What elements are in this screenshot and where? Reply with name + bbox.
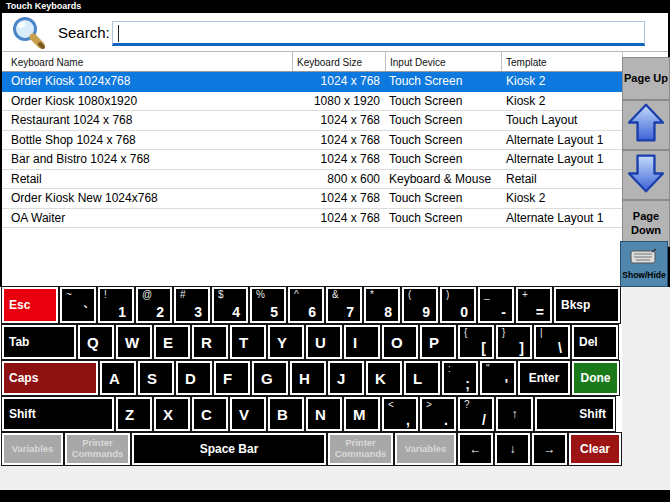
key-shift-right[interactable]: Shift — [535, 397, 615, 431]
key-2[interactable]: @2 — [136, 287, 172, 323]
key-d[interactable]: D — [176, 361, 212, 395]
key-label: F — [223, 370, 232, 387]
shift-char: ? — [464, 399, 470, 410]
key-[interactable]: "' — [480, 361, 516, 395]
cell-template: Retail — [501, 170, 622, 189]
key-[interactable]: += — [516, 287, 552, 323]
key-label: P — [429, 334, 439, 351]
key-left-arrow[interactable]: ← — [458, 433, 493, 465]
key-bksp[interactable]: Bksp — [554, 287, 620, 323]
key-t[interactable]: T — [230, 325, 266, 359]
key-j[interactable]: J — [328, 361, 364, 395]
key-c[interactable]: C — [192, 397, 228, 431]
key-1[interactable]: !1 — [98, 287, 134, 323]
key-m[interactable]: M — [344, 397, 380, 431]
key-shift-left[interactable]: Shift — [2, 397, 114, 431]
key-q[interactable]: Q — [78, 325, 114, 359]
key-up-arrow[interactable]: ↑ — [496, 397, 533, 431]
scroll-up-button[interactable] — [622, 100, 670, 150]
key-0[interactable]: )0 — [440, 287, 476, 323]
key-esc[interactable]: Esc — [2, 287, 58, 323]
key-[interactable]: }] — [496, 325, 532, 359]
table-row[interactable]: Retail800 x 600Keyboard & MouseRetail — [2, 170, 622, 190]
key-[interactable]: _- — [478, 287, 514, 323]
key-g[interactable]: G — [252, 361, 288, 395]
shift-char: _ — [484, 289, 490, 300]
key-done[interactable]: Done — [572, 361, 619, 395]
key-p[interactable]: P — [420, 325, 456, 359]
key-tab[interactable]: Tab — [2, 325, 76, 359]
key-variables-left[interactable]: Variables — [2, 433, 63, 465]
key-[interactable]: >. — [420, 397, 456, 431]
key-del[interactable]: Del — [572, 325, 618, 359]
key-printer-commands-right[interactable]: Printer Commands — [328, 433, 393, 465]
key-3[interactable]: #3 — [174, 287, 210, 323]
key-label: Variables — [405, 444, 447, 455]
key-label: 4 — [232, 304, 240, 320]
search-input[interactable] — [112, 21, 645, 46]
key-clear[interactable]: Clear — [569, 433, 621, 465]
table-row[interactable]: Bottle Shop 1024 x 7681024 x 768Touch Sc… — [2, 131, 622, 151]
key-a[interactable]: A — [100, 361, 136, 395]
key-label: Shift — [579, 407, 606, 421]
key-[interactable]: :; — [442, 361, 478, 395]
table-body: Order Kiosk 1024x7681024 x 768Touch Scre… — [2, 72, 622, 228]
key-[interactable]: ~` — [60, 287, 96, 323]
key-label: I — [353, 334, 357, 351]
key-e[interactable]: E — [154, 325, 190, 359]
key-h[interactable]: H — [290, 361, 326, 395]
key-u[interactable]: U — [306, 325, 342, 359]
scroll-down-button[interactable] — [622, 150, 670, 200]
key-9[interactable]: (9 — [402, 287, 438, 323]
key-5[interactable]: %5 — [250, 287, 286, 323]
key-enter[interactable]: Enter — [518, 361, 570, 395]
key-k[interactable]: K — [366, 361, 402, 395]
key-s[interactable]: S — [138, 361, 174, 395]
key-b[interactable]: B — [268, 397, 304, 431]
cell-template: Alternate Layout 1 — [501, 150, 622, 169]
key-8[interactable]: *8 — [364, 287, 400, 323]
key-l[interactable]: L — [404, 361, 440, 395]
key-[interactable]: |\ — [534, 325, 570, 359]
cell-input: Touch Screen — [385, 150, 501, 169]
key-right-arrow[interactable]: → — [532, 433, 567, 465]
key-6[interactable]: ^6 — [288, 287, 324, 323]
table-row[interactable]: Order Kiosk 1080x19201080 x 1920Touch Sc… — [2, 92, 622, 112]
key-i[interactable]: I — [344, 325, 380, 359]
key-o[interactable]: O — [382, 325, 418, 359]
table-row[interactable]: Restaurant 1024 x 7681024 x 768Touch Scr… — [2, 111, 622, 131]
key-label: Z — [125, 406, 134, 423]
key-7[interactable]: &7 — [326, 287, 362, 323]
key-label: E — [163, 334, 173, 351]
key-w[interactable]: W — [116, 325, 152, 359]
shift-char: | — [540, 327, 543, 338]
key-[interactable]: <, — [382, 397, 418, 431]
key-f[interactable]: F — [214, 361, 250, 395]
key-r[interactable]: R — [192, 325, 228, 359]
key-[interactable]: {[ — [458, 325, 494, 359]
show-hide-keyboard-button[interactable]: Show/Hide — [620, 241, 668, 287]
key-space-bar[interactable]: Space Bar — [132, 433, 326, 465]
key-y[interactable]: Y — [268, 325, 304, 359]
key-label: Printer Commands — [332, 438, 389, 460]
key-variables-right[interactable]: Variables — [395, 433, 456, 465]
table-row[interactable]: Bar and Bistro 1024 x 7681024 x 768Touch… — [2, 150, 622, 170]
shift-char: ( — [408, 289, 411, 300]
key-printer-commands-left[interactable]: Printer Commands — [65, 433, 130, 465]
table-row[interactable]: Order Kiosk 1024x7681024 x 768Touch Scre… — [2, 72, 622, 92]
key-x[interactable]: X — [154, 397, 190, 431]
table-row[interactable]: Order Kiosk New 1024x7681024 x 768Touch … — [2, 189, 622, 209]
key-label: Clear — [580, 442, 610, 456]
shift-char: % — [256, 289, 265, 300]
key-[interactable]: ?/ — [458, 397, 494, 431]
key-caps[interactable]: Caps — [2, 361, 98, 395]
search-label: Search: — [58, 24, 110, 41]
table-row[interactable]: OA Waiter1024 x 768Touch ScreenAlternate… — [2, 209, 622, 229]
key-n[interactable]: N — [306, 397, 342, 431]
page-up-button[interactable]: Page Up — [622, 57, 670, 100]
page-down-button[interactable]: Page Down — [622, 200, 670, 247]
key-z[interactable]: Z — [116, 397, 152, 431]
key-v[interactable]: V — [230, 397, 266, 431]
key-4[interactable]: $4 — [212, 287, 248, 323]
key-down-arrow[interactable]: ↓ — [495, 433, 530, 465]
